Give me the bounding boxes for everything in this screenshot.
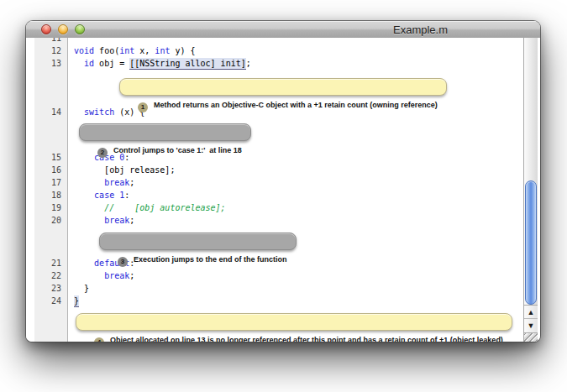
code-segment: int (119, 46, 134, 55)
code-segment: foo( (94, 46, 119, 55)
line-number: 13 (34, 57, 61, 70)
code-segment (74, 59, 84, 68)
analyzer-bubble-1[interactable]: 1Method returns an Objective-C object wi… (119, 78, 447, 96)
code-text: // [obj autorelease]; (74, 201, 226, 214)
bubble-text: Control jumps to 'case 1:' at line 18 (113, 146, 242, 154)
code-segment: case (94, 191, 114, 200)
step-number-badge: 1 (138, 102, 148, 112)
code-text: } (74, 295, 79, 307)
line-number: 15 (34, 151, 61, 164)
bubble-text: Object allocated on line 13 is no longer… (110, 336, 503, 342)
title-bar[interactable]: Example.m (26, 21, 540, 39)
code-segment (74, 259, 94, 268)
code-line-16: 16 [obj release]; (26, 164, 540, 176)
scroll-down-icon[interactable]: ▼ (524, 318, 538, 332)
code-line-24: 24} (26, 295, 540, 307)
line-number: 21 (34, 257, 61, 269)
code-segment: x, (134, 46, 155, 55)
code-segment (74, 191, 94, 200)
code-text: case 1: (74, 189, 129, 201)
code-line-13: 13 id obj = [[NSString alloc] init]; (26, 57, 540, 70)
scroll-up-icon[interactable]: ▲ (524, 305, 538, 319)
code-line-23: 23 } (26, 282, 540, 295)
code-segment (74, 216, 104, 225)
code-segment: // [obj autorelease]; (104, 203, 226, 212)
line-number: 18 (34, 189, 61, 201)
analyzer-bubble-2[interactable]: 2Control jumps to 'case 1:' at line 18 (79, 123, 251, 141)
line-number: 22 (34, 269, 61, 282)
resize-grip[interactable] (524, 332, 538, 342)
code-text: break; (74, 214, 134, 227)
highlighted-range: } (74, 295, 79, 307)
code-text: void foo(int x, int y) { (74, 44, 196, 57)
zoom-button-icon[interactable] (75, 24, 85, 34)
highlighted-range: [[NSString alloc] init] (129, 58, 245, 70)
code-text: id obj = [[NSString alloc] init]; (74, 57, 251, 70)
code-viewer: 1112void foo(int x, int y) {13 id obj = … (26, 38, 540, 342)
bubble-text: Method returns an Objective-C object wit… (154, 101, 438, 109)
analyzer-bubble-4[interactable]: 4Object allocated on line 13 is no longe… (76, 313, 512, 331)
line-number: 17 (34, 176, 61, 189)
code-line-17: 17 break; (26, 176, 540, 189)
mac-window: Example.m 1112void foo(int x, int y) {13… (26, 21, 540, 342)
scrollbar-thumb[interactable] (525, 180, 537, 305)
code-text: } (74, 282, 89, 295)
vertical-scrollbar[interactable]: ▲ ▼ (523, 38, 538, 342)
analyzer-bubble-3[interactable]: 3Execution jumps to the end of the funct… (99, 233, 297, 250)
code-line-20: 20 break; (26, 214, 540, 227)
line-number: 12 (34, 44, 61, 57)
code-segment: obj = (94, 59, 129, 68)
code-segment (74, 203, 104, 212)
minimize-button-icon[interactable] (58, 24, 68, 34)
line-number: 20 (34, 214, 61, 227)
line-number: 16 (34, 164, 61, 176)
step-number-badge: 3 (118, 257, 128, 267)
window-title: Example.m (393, 24, 448, 36)
code-segment: int (155, 46, 170, 55)
code-line-11: 11 (26, 38, 540, 44)
close-button-icon[interactable] (41, 24, 51, 34)
code-segment: break (104, 216, 129, 225)
code-segment: : (124, 191, 129, 200)
code-segment: switch (84, 107, 114, 117)
code-segment (74, 178, 104, 187)
code-line-22: 22 break; (26, 269, 540, 282)
line-number: 24 (34, 295, 61, 307)
step-number-badge: 4 (94, 337, 104, 342)
code-segment: break (104, 178, 129, 187)
code-segment: ; (129, 271, 134, 280)
line-number: 19 (34, 201, 61, 214)
code-line-18: 18 case 1: (26, 189, 540, 201)
code-text: break; (74, 176, 134, 189)
code-segment: } (74, 284, 89, 293)
code-segment: void (74, 46, 94, 55)
code-segment: id (84, 59, 94, 68)
line-number: 23 (34, 282, 61, 295)
code-segment: ; (129, 216, 134, 225)
code-line-19: 19 // [obj autorelease]; (26, 201, 540, 214)
code-segment (74, 271, 104, 280)
bubble-text: Execution jumps to the end of the functi… (134, 255, 287, 264)
code-segment: y) { (170, 46, 195, 55)
code-segment (74, 107, 84, 117)
line-number: 14 (34, 106, 61, 118)
code-segment: ; (246, 59, 251, 68)
line-number: 11 (34, 38, 61, 44)
step-number-badge: 2 (97, 148, 108, 158)
code-segment: ; (129, 178, 134, 187)
code-line-12: 12void foo(int x, int y) { (26, 44, 540, 57)
